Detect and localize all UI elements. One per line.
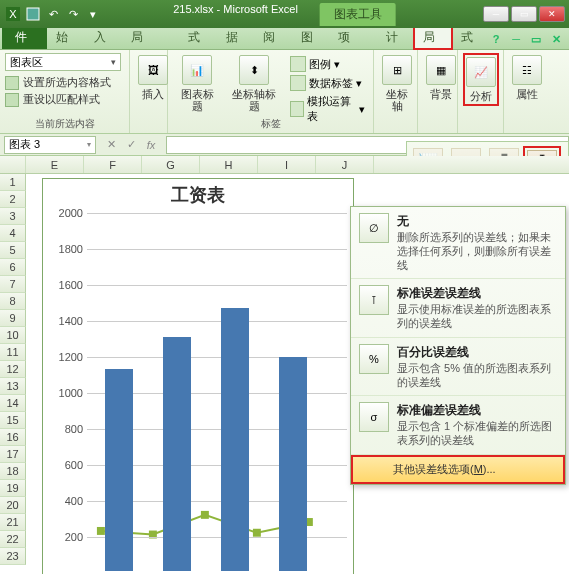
axes-icon: ⊞ [382, 55, 412, 85]
row-header[interactable]: 23 [0, 548, 26, 565]
background-button[interactable]: ▦背景 [423, 53, 459, 102]
group-analysis: 📈分析 [458, 50, 504, 133]
reset-style-icon [5, 93, 19, 107]
row-header[interactable]: 1 [0, 174, 26, 191]
svg-rect-2 [27, 8, 39, 20]
window-controls: ─ ▭ ✕ [483, 6, 565, 22]
qa-dropdown-icon[interactable]: ▾ [84, 5, 102, 23]
plot-area: 200400600800100012001400160018002000 [87, 213, 347, 571]
filename: 215.xlsx [173, 3, 213, 15]
data-labels-button[interactable]: 数据标签 ▾ [287, 74, 368, 92]
row-header[interactable]: 10 [0, 327, 26, 344]
col-header[interactable]: I [258, 156, 316, 173]
row-header[interactable]: 12 [0, 361, 26, 378]
bar[interactable] [279, 357, 307, 571]
none-icon: ∅ [359, 213, 389, 243]
window-title: 215.xlsx - Microsoft Excel 图表工具 [173, 3, 396, 26]
y-tick-label: 1600 [59, 279, 87, 291]
excel-icon[interactable]: X [4, 5, 22, 23]
undo-icon[interactable]: ↶ [44, 5, 62, 23]
properties-button[interactable]: ☷属性 [509, 53, 545, 102]
redo-icon[interactable]: ↷ [64, 5, 82, 23]
properties-icon: ☷ [512, 55, 542, 85]
save-icon[interactable] [24, 5, 42, 23]
group-selection: 图表区 设置所选内容格式 重设以匹配样式 当前所选内容 [0, 50, 130, 133]
col-header[interactable]: H [200, 156, 258, 173]
col-header[interactable]: E [26, 156, 84, 173]
row-header[interactable]: 4 [0, 225, 26, 242]
ribbon-tabs: 文件 开始 插入 页面布局 公式 数据 审阅 视图 加载项 设计 布局 格式 ?… [0, 28, 569, 50]
row-header[interactable]: 9 [0, 310, 26, 327]
quick-access-toolbar: X ↶ ↷ ▾ [4, 5, 102, 23]
dd-item-percentage[interactable]: % 百分比误差线显示包含 5% 值的所选图表系列的误差线 [351, 338, 565, 397]
row-header[interactable]: 16 [0, 429, 26, 446]
data-labels-icon [290, 75, 306, 91]
chart-element-selector[interactable]: 图表区 [5, 53, 121, 71]
min-ribbon-icon[interactable]: ─ [509, 32, 523, 46]
row-header[interactable]: 3 [0, 208, 26, 225]
chart-tools-badge: 图表工具 [320, 3, 396, 26]
row-header[interactable]: 13 [0, 378, 26, 395]
row-header[interactable]: 20 [0, 497, 26, 514]
y-tick-label: 200 [65, 531, 87, 543]
row-header[interactable]: 5 [0, 242, 26, 259]
close-doc-icon[interactable]: ✕ [549, 32, 563, 46]
col-header[interactable]: F [84, 156, 142, 173]
row-header[interactable]: 21 [0, 514, 26, 531]
close-button[interactable]: ✕ [539, 6, 565, 22]
row-header[interactable]: 19 [0, 480, 26, 497]
help-icon[interactable]: ? [489, 32, 503, 46]
col-header[interactable]: G [142, 156, 200, 173]
error-bars-dropdown: ∅ 无删除所选系列的误差线；如果未选择任何系列，则删除所有误差线 ⊺ 标准误差误… [350, 206, 566, 485]
picture-icon: 🖼 [138, 55, 168, 85]
enter-icon[interactable]: ✓ [122, 136, 140, 154]
bar[interactable] [163, 337, 191, 571]
dd-item-stdev[interactable]: σ 标准偏差误差线显示包含 1 个标准偏差的所选图表系列的误差线 [351, 396, 565, 455]
y-tick-label: 400 [65, 495, 87, 507]
y-tick-label: 800 [65, 423, 87, 435]
y-tick-label: 1800 [59, 243, 87, 255]
row-header[interactable]: 11 [0, 344, 26, 361]
insert-button[interactable]: 🖼 插入 [135, 53, 171, 102]
background-icon: ▦ [426, 55, 456, 85]
dd-item-standard-error[interactable]: ⊺ 标准误差误差线显示使用标准误差的所选图表系列的误差线 [351, 279, 565, 338]
cancel-icon[interactable]: ✕ [102, 136, 120, 154]
row-header[interactable]: 14 [0, 395, 26, 412]
bar[interactable] [105, 369, 133, 571]
row-header[interactable]: 22 [0, 531, 26, 548]
row-header[interactable]: 6 [0, 259, 26, 276]
legend-button[interactable]: 图例 ▾ [287, 55, 368, 73]
row-header[interactable]: 7 [0, 276, 26, 293]
se-icon: ⊺ [359, 285, 389, 315]
minimize-button[interactable]: ─ [483, 6, 509, 22]
bar[interactable] [221, 308, 249, 571]
row-header[interactable]: 8 [0, 293, 26, 310]
col-header[interactable]: J [316, 156, 374, 173]
restore-icon[interactable]: ▭ [529, 32, 543, 46]
format-selection-icon [5, 76, 19, 90]
y-tick-label: 1200 [59, 351, 87, 363]
chart-title-text: 工资表 [43, 179, 353, 211]
dd-item-none[interactable]: ∅ 无删除所选系列的误差线；如果未选择任何系列，则删除所有误差线 [351, 207, 565, 279]
row-header[interactable]: 17 [0, 446, 26, 463]
axes-button[interactable]: ⊞坐标轴 [379, 53, 415, 114]
select-all-corner[interactable] [0, 156, 26, 173]
svg-rect-3 [97, 527, 105, 535]
row-header[interactable]: 15 [0, 412, 26, 429]
column-headers: E F G H I J [0, 156, 569, 174]
format-selection-button[interactable]: 设置所选内容格式 [5, 74, 124, 91]
row-header[interactable]: 2 [0, 191, 26, 208]
y-tick-label: 1000 [59, 387, 87, 399]
y-tick-label: 1400 [59, 315, 87, 327]
analysis-button[interactable]: 📈分析 [463, 53, 499, 106]
name-box[interactable]: 图表 3 [4, 136, 96, 154]
svg-rect-5 [201, 511, 209, 519]
reset-style-button[interactable]: 重设以匹配样式 [5, 91, 124, 108]
embedded-chart[interactable]: 工资表 200400600800100012001400160018002000 [42, 178, 354, 574]
row-header[interactable]: 18 [0, 463, 26, 480]
fx-icon[interactable]: fx [142, 136, 160, 154]
group-selection-label: 当前所选内容 [0, 115, 129, 133]
appname: Microsoft Excel [223, 3, 298, 15]
maximize-button[interactable]: ▭ [511, 6, 537, 22]
dd-item-more-options[interactable]: 其他误差线选项(M)... [351, 455, 565, 484]
